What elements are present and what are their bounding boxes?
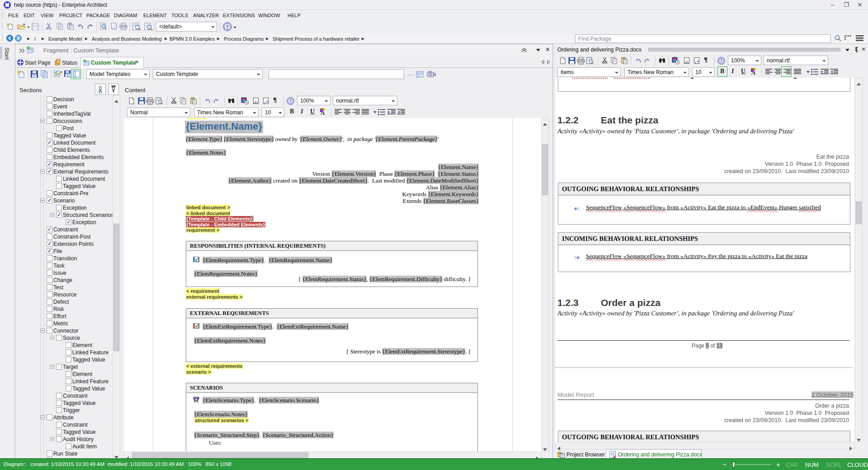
svg-text:1: 1 [264,101,266,104]
svg-text:1: 1 [687,61,689,64]
svg-text:?: ? [289,99,292,103]
svg-text:1: 1 [256,101,258,104]
svg-text:?: ? [720,59,722,63]
svg-text:1: 1 [695,61,697,64]
svg-text:?: ? [226,24,229,30]
